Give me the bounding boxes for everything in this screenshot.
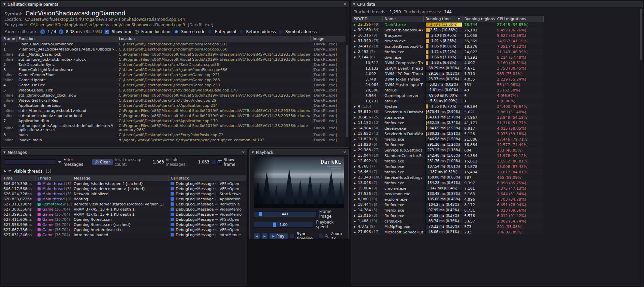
prev-callstack-button[interactable]: ◂ bbox=[40, 29, 45, 34]
location-path[interactable]: C:\Users\wolf\Desktop\darkrl\src\game\vi… bbox=[25, 17, 185, 22]
message-row[interactable]: 606,117,568ns Main thread (31,596) Openi… bbox=[1, 186, 246, 191]
expand-icon[interactable]: ▶ bbox=[354, 197, 358, 202]
cpu-process-row[interactable]: 20,508 ntdll.dll 1.01 ms (0.00%) 40 25 (… bbox=[352, 87, 543, 93]
callstack-frame-row[interactable]: inline std::_Atomic_storage<bool,1>::loa… bbox=[1, 108, 347, 113]
expand-icon[interactable]: ▶ bbox=[354, 126, 358, 131]
expand-icon[interactable]: ▶ bbox=[354, 33, 358, 38]
clear-button[interactable]: Clear bbox=[92, 159, 113, 165]
expand-icon[interactable]: ▶ bbox=[354, 115, 358, 120]
cpu-process-row[interactable]: 24,964 DWM Master Input Thread 5.03 ms (… bbox=[352, 82, 543, 87]
cpu-process-row[interactable]: ▶15,004 (8) chrome.exe 147 ms (0.64%) 7,… bbox=[352, 186, 543, 191]
col-header-running-regions[interactable]: Running regions bbox=[462, 16, 495, 22]
callstack-parent-frame[interactable]: VFS::Open bbox=[220, 187, 239, 191]
expand-icon[interactable]: ▶ bbox=[354, 181, 358, 185]
expand-icon[interactable]: ▶ bbox=[354, 28, 358, 32]
cpu-process-row[interactable]: ▶29,388 (77) ServiceHub.SettingsHost.exe… bbox=[352, 147, 543, 153]
cpu-process-row[interactable]: ▶18,444 (6) firefox.exe 104.2 ms (0.45%)… bbox=[352, 202, 543, 207]
callstack-icon[interactable] bbox=[171, 213, 174, 216]
frame-location[interactable]: C:\Users\wolf\Desktop\darkrl\src\game\fl… bbox=[117, 67, 310, 72]
collapse-icon[interactable]: ▼ bbox=[3, 1, 5, 7]
col-header-running-time[interactable]: Running time▼ bbox=[423, 16, 462, 22]
callstack-frame-row[interactable]: 2 TaskDispatch::Sync C:\Users\wolf\Deskt… bbox=[1, 62, 347, 67]
callstack-frame-row[interactable]: 7 Application::Run C:\Users\wolf\Desktop… bbox=[1, 118, 347, 124]
callstack-parent-frame[interactable]: Application: bbox=[220, 197, 242, 201]
message-row[interactable]: 627,399,326ns Game (36,704) VRAM 43x45: … bbox=[1, 212, 246, 217]
expand-icon[interactable]: ▶ bbox=[354, 170, 358, 174]
col-header-frame[interactable]: Frame bbox=[1, 36, 16, 42]
callstack-top-frame[interactable]: DebugLog::Message bbox=[176, 182, 214, 186]
message-callstack[interactable]: DebugLog::Message←RemoteVie bbox=[169, 202, 246, 207]
zoom-2x-checkbox[interactable] bbox=[318, 234, 323, 239]
cpu-process-row[interactable]: ▶23,348 (106) ServiceHub.SettingsHost.ex… bbox=[352, 175, 543, 180]
callstack-top-frame[interactable]: DebugLog::Message bbox=[176, 212, 214, 217]
callstack-parent-frame[interactable]: IntroMenu:: bbox=[220, 233, 241, 237]
cpu-process-row[interactable]: ▶4,872 (9) MsMpEng.exe 70.22 ms (0.30%) … bbox=[352, 224, 543, 229]
cpu-process-row[interactable]: 4,092 DWM LPC Port Thread 29.16 ms (0.13… bbox=[352, 71, 543, 76]
callstack-parent-frame[interactable]: VFS::Open bbox=[220, 182, 239, 186]
cpu-process-row[interactable]: ▶11,152 (12) firefox.exe 632.15 ms (2.74… bbox=[352, 120, 543, 126]
callstack-parent-frame[interactable]: VFS::Open bbox=[220, 217, 239, 222]
callstack-icon[interactable] bbox=[171, 218, 174, 221]
cpu-process-row[interactable]: ▶27,696 (17) Microsoft.ServiceHub.Contro… bbox=[352, 229, 543, 235]
callstack-icon[interactable] bbox=[171, 228, 174, 231]
callstack-icon[interactable] bbox=[171, 202, 174, 206]
callstack-frame-row[interactable]: inline invoke_main d:\agent\_work\63\s\s… bbox=[1, 138, 347, 143]
expand-icon[interactable]: ▶ bbox=[354, 225, 358, 229]
expand-icon[interactable]: ▶ bbox=[354, 132, 358, 136]
callstack-frame-row[interactable]: inline Game::RenderFloor C:\Users\wolf\D… bbox=[1, 72, 347, 77]
callstack-frame-row[interactable]: 0 Floor::CalcLightNoLuminance C:\Users\w… bbox=[1, 42, 347, 47]
callstack-top-frame[interactable]: DebugLog::Message bbox=[176, 197, 214, 201]
message-row[interactable]: 627,831,246ns Game (36,704) Intro menu l… bbox=[1, 232, 246, 238]
expand-icon[interactable]: ▶ bbox=[354, 159, 358, 163]
message-row[interactable]: 627,411,606ns Game (36,704) Opening /for… bbox=[1, 217, 246, 222]
col-header-image[interactable]: Image bbox=[310, 36, 347, 42]
callstack-top-frame[interactable]: DebugLog::Message bbox=[176, 228, 214, 232]
col-header-function[interactable]: Function bbox=[16, 36, 117, 42]
callstack-parent-frame[interactable]: VideoMemo bbox=[220, 207, 242, 212]
col-header-time[interactable]: Time bbox=[1, 175, 35, 181]
col-header-thread[interactable]: Thread bbox=[35, 175, 72, 181]
cpu-process-row[interactable]: ▶35,812 (88) ServiceHub.DataWarehouseHos… bbox=[352, 109, 543, 115]
cpu-process-row[interactable]: ▶4,768 (7) firefox.exe 187.54 ms (0.81%)… bbox=[352, 164, 543, 169]
message-callstack[interactable]: DebugLog::Message←IntroMenu:: bbox=[169, 232, 246, 238]
cpu-process-row[interactable]: ▶1,488 (10) csrss.exe 83.74 ms (0.36%) 3… bbox=[352, 218, 543, 224]
expand-icon[interactable]: ▶ bbox=[354, 137, 358, 142]
collapse-icon[interactable]: ▼ bbox=[3, 149, 5, 155]
expand-icon[interactable]: ▶ bbox=[354, 219, 358, 224]
cpu-process-row[interactable]: ▶34,412 (18) ScriptedSandbox64.exe 1.85 … bbox=[352, 44, 543, 49]
close-icon[interactable]: ✕ bbox=[343, 150, 346, 155]
expand-icon[interactable]: ▶ bbox=[354, 39, 358, 43]
cpu-process-row[interactable]: ▶13,044 (10) StandardCollector.Service.e… bbox=[352, 153, 543, 158]
radio-entry-point[interactable] bbox=[208, 29, 213, 34]
callstack-frame-row[interactable]: 4 Game::OnTick C:\Users\wolf\Desktop\dar… bbox=[1, 83, 347, 88]
message-row[interactable]: 627,558,996ns Game (36,704) Opening /for… bbox=[1, 222, 246, 227]
callstack-icon[interactable] bbox=[171, 197, 174, 201]
frame-location[interactable]: C:\Users\wolf\Desktop\darkrl\src\EntryPo… bbox=[117, 132, 310, 138]
cpu-process-row[interactable]: ▶4 (126) System 1.55 s (6.70%) 69,294 34… bbox=[352, 104, 543, 109]
cpu-process-row[interactable]: 3,748 DWM Token Thread 23.37 ms (0.10%) … bbox=[352, 76, 543, 82]
close-icon[interactable]: ✕ bbox=[343, 2, 347, 6]
callstack-parent-frame[interactable]: VFS::Open bbox=[220, 223, 239, 227]
callstack-top-frame[interactable]: DebugLog::Message bbox=[176, 187, 214, 191]
cpu-process-row[interactable]: ▶13,048 (7) firefox.exe 154.28 ms (0.67%… bbox=[352, 180, 543, 186]
frame-location[interactable]: C:\Program Files (x86)\Microsoft Visual … bbox=[117, 52, 310, 57]
frame-location[interactable]: C:\Users\wolf\Desktop\darkrl\src\Applica… bbox=[117, 103, 310, 108]
callstack-icon[interactable] bbox=[171, 207, 174, 211]
frame-location[interactable]: C:\Users\wolf\Desktop\darkrl\src\game\Ga… bbox=[117, 77, 310, 83]
cpu-process-row[interactable]: ▶12,692 (9) firefox.exe 231.76 ms (1.00%… bbox=[352, 158, 543, 164]
callstack-icon[interactable] bbox=[171, 192, 174, 196]
message-row[interactable]: 606,049,398ns Main thread (31,596) Openi… bbox=[1, 181, 246, 186]
cpu-process-row[interactable]: ▶2,492 (7) firefox.exe 1.71 s (7.42%) 24… bbox=[352, 49, 543, 55]
expand-icon[interactable]: ▶ bbox=[354, 203, 358, 207]
cpu-process-row[interactable]: 13,132 uDWM Event Thread 68.29 ms (0.30%… bbox=[352, 66, 543, 71]
next-callstack-button[interactable]: ▸ bbox=[59, 29, 63, 34]
message-row[interactable]: 626,024,328ns Main thread (31,596) Netwo… bbox=[1, 191, 246, 197]
cpu-process-row[interactable]: ▶10,316 (9) Tracy.exe 2.18 s (9.45%) 11,… bbox=[352, 33, 543, 38]
radio-return-address-label[interactable]: Return address bbox=[246, 29, 276, 34]
sort-desc-icon[interactable]: ▼ bbox=[458, 17, 460, 20]
scrollbar-thumb[interactable] bbox=[640, 9, 642, 60]
callstack-icon[interactable] bbox=[171, 182, 174, 185]
expand-icon[interactable]: ▼ bbox=[354, 55, 358, 60]
message-callstack[interactable]: DebugLog::Message←VFS::Open bbox=[169, 181, 246, 186]
callstack-top-frame[interactable]: DebugLog::Message bbox=[176, 233, 214, 237]
